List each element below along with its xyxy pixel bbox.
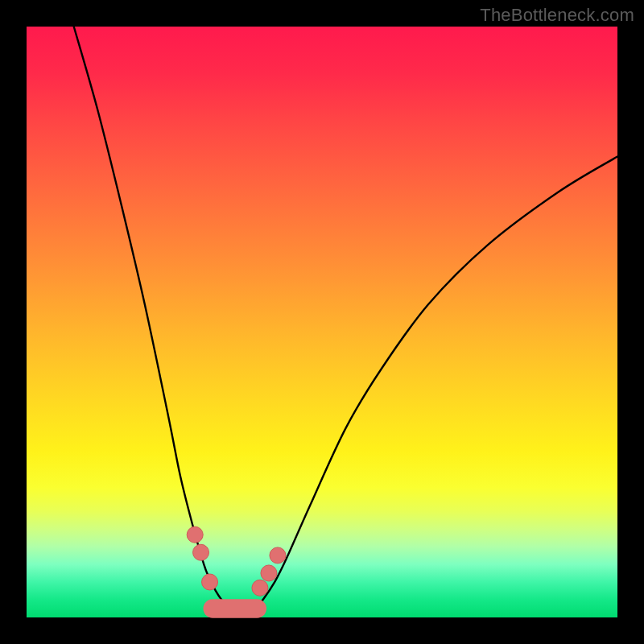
marker-dot [202, 574, 218, 590]
bottleneck-curve [74, 27, 617, 612]
curve-layer [27, 27, 617, 617]
marker-dot [252, 580, 268, 596]
marker-dot [261, 565, 277, 581]
plot-area [27, 27, 617, 617]
chart-frame: TheBottleneck.com [0, 0, 644, 644]
watermark-text: TheBottleneck.com [480, 5, 634, 26]
marker-dot [270, 547, 286, 564]
marker-dot [187, 526, 203, 543]
marker-dot [193, 544, 209, 560]
